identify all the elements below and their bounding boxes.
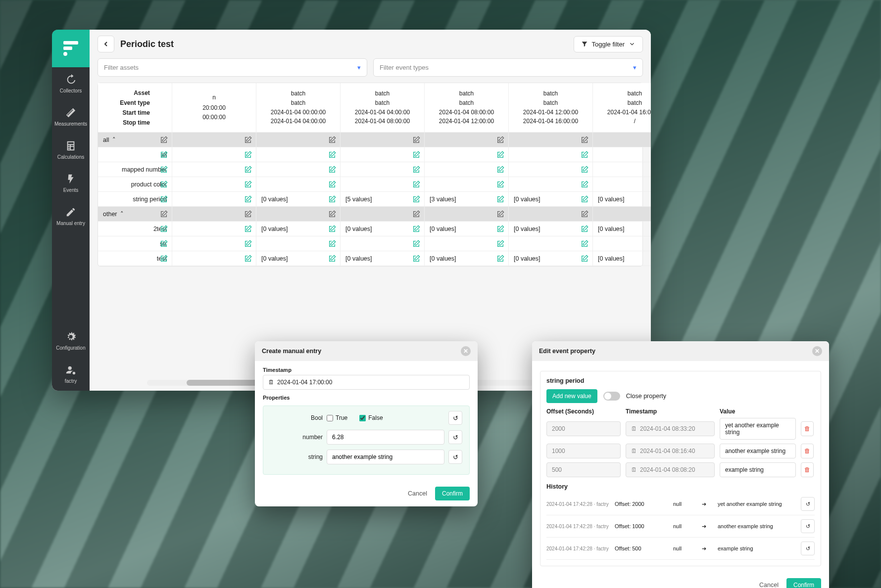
reset-bool-button[interactable]: ↺	[448, 411, 462, 425]
data-cell[interactable]: [0 values]	[593, 222, 651, 236]
edit-icon[interactable]	[244, 255, 252, 263]
data-cell[interactable]: [5 values]	[341, 192, 425, 207]
data-cell[interactable]	[256, 236, 341, 251]
value-input[interactable]: example string	[720, 462, 796, 477]
edit-icon[interactable]	[160, 255, 168, 263]
data-cell[interactable]: [0 values]	[593, 251, 651, 266]
data-cell[interactable]	[341, 147, 425, 162]
data-cell[interactable]	[341, 162, 425, 177]
edit-icon[interactable]	[496, 255, 504, 263]
edit-icon[interactable]	[412, 151, 420, 159]
group-header[interactable]: all ˄	[98, 133, 172, 147]
edit-icon[interactable]	[496, 136, 504, 144]
close-button[interactable]: ✕	[461, 346, 471, 356]
data-cell[interactable]	[593, 177, 651, 192]
data-cell[interactable]	[593, 236, 651, 251]
data-cell[interactable]	[509, 147, 593, 162]
edit-icon[interactable]	[412, 240, 420, 248]
bool-true-checkbox[interactable]	[327, 415, 333, 421]
data-cell[interactable]	[593, 147, 651, 162]
bool-false-checkbox[interactable]	[359, 415, 366, 421]
edit-icon[interactable]	[160, 210, 168, 218]
value-input[interactable]: yet another example string	[720, 418, 796, 440]
data-cell[interactable]	[341, 236, 425, 251]
data-cell[interactable]	[256, 162, 341, 177]
edit-icon[interactable]	[244, 225, 252, 233]
nav-configuration[interactable]: Configuration	[52, 324, 90, 358]
edit-icon[interactable]	[496, 240, 504, 248]
data-cell[interactable]	[425, 236, 509, 251]
data-cell[interactable]	[593, 162, 651, 177]
edit-icon[interactable]	[581, 240, 588, 248]
data-cell[interactable]: [0 values]	[509, 251, 593, 266]
edit-icon[interactable]	[412, 255, 420, 263]
revert-button[interactable]: ↺	[801, 542, 815, 555]
revert-button[interactable]: ↺	[801, 497, 815, 511]
edit-icon[interactable]	[496, 181, 504, 188]
close-button[interactable]: ✕	[812, 346, 822, 356]
data-cell[interactable]	[172, 162, 256, 177]
back-button[interactable]	[98, 36, 114, 52]
timestamp-input[interactable]: 🗓 2024-01-04 08:08:20	[626, 462, 715, 477]
data-cell[interactable]: [0 values]	[509, 222, 593, 236]
data-cell[interactable]: [0 values]	[256, 192, 341, 207]
data-cell[interactable]: [0 values]	[425, 222, 509, 236]
edit-icon[interactable]	[328, 136, 336, 144]
filter-assets[interactable]: Filter assets ▾	[98, 58, 367, 77]
edit-icon[interactable]	[160, 136, 168, 144]
timestamp-input[interactable]: 🗓 2024-01-04 08:33:20	[626, 421, 715, 436]
toggle-filter-button[interactable]: Toggle filter	[574, 36, 643, 52]
edit-icon[interactable]	[244, 136, 252, 144]
data-cell[interactable]: [0 values]	[341, 251, 425, 266]
delete-button[interactable]: 🗑	[801, 462, 814, 477]
group-header[interactable]: other ˄	[98, 207, 172, 222]
edit-icon[interactable]	[160, 181, 168, 188]
edit-icon[interactable]	[160, 151, 168, 159]
nav-calculations[interactable]: Calculations	[52, 134, 90, 167]
filter-event-types[interactable]: Filter event types ▾	[373, 58, 643, 77]
edit-icon[interactable]	[160, 195, 168, 203]
data-cell[interactable]: [0 values]	[425, 251, 509, 266]
nav-factry[interactable]: factry	[52, 358, 90, 391]
data-cell[interactable]	[509, 162, 593, 177]
edit-icon[interactable]	[412, 166, 420, 174]
nav-collectors[interactable]: Collectors	[52, 67, 90, 100]
edit-icon[interactable]	[160, 240, 168, 248]
data-cell[interactable]	[256, 147, 341, 162]
timestamp-input[interactable]: 🗓 2024-01-04 08:16:40	[626, 444, 715, 458]
edit-icon[interactable]	[160, 166, 168, 174]
edit-icon[interactable]	[244, 181, 252, 188]
data-cell[interactable]	[172, 236, 256, 251]
edit-icon[interactable]	[328, 225, 336, 233]
data-cell[interactable]	[256, 177, 341, 192]
nav-manual-entry[interactable]: Manual entry	[52, 200, 90, 233]
edit-icon[interactable]	[412, 181, 420, 188]
add-new-value-button[interactable]: Add new value	[546, 389, 597, 403]
edit-icon[interactable]	[581, 210, 588, 218]
data-cell[interactable]	[425, 162, 509, 177]
data-cell[interactable]: [0 values]	[593, 192, 651, 207]
confirm-button[interactable]: Confirm	[786, 578, 821, 588]
edit-icon[interactable]	[244, 210, 252, 218]
revert-button[interactable]: ↺	[801, 519, 815, 533]
reset-number-button[interactable]: ↺	[448, 430, 462, 444]
edit-icon[interactable]	[412, 225, 420, 233]
edit-icon[interactable]	[581, 151, 588, 159]
edit-icon[interactable]	[244, 240, 252, 248]
edit-icon[interactable]	[244, 195, 252, 203]
data-cell[interactable]	[172, 192, 256, 207]
bool-false-option[interactable]: False	[359, 414, 383, 421]
edit-icon[interactable]	[244, 151, 252, 159]
cancel-button[interactable]: Cancel	[759, 582, 779, 588]
value-input[interactable]: another example string	[720, 444, 796, 458]
data-cell[interactable]	[172, 222, 256, 236]
data-cell[interactable]	[172, 177, 256, 192]
offset-input[interactable]: 500	[546, 462, 621, 477]
edit-icon[interactable]	[412, 195, 420, 203]
edit-icon[interactable]	[328, 255, 336, 263]
timestamp-input[interactable]: 🗓 2024-01-04 17:00:00	[263, 375, 470, 390]
edit-icon[interactable]	[412, 136, 420, 144]
bool-true-option[interactable]: True	[327, 414, 347, 421]
edit-icon[interactable]	[581, 195, 588, 203]
edit-icon[interactable]	[496, 210, 504, 218]
